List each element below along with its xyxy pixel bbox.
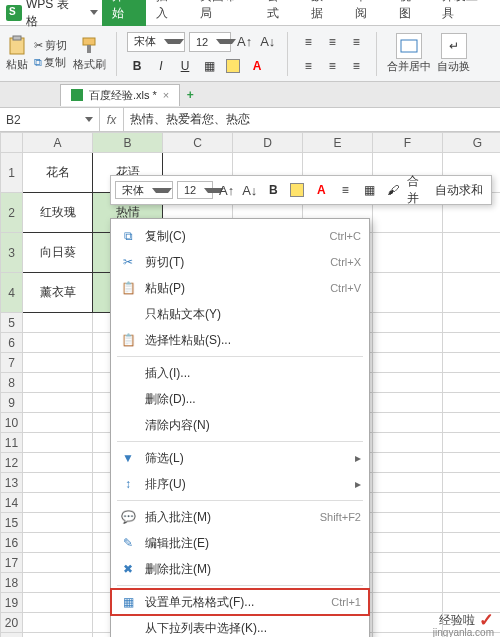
font-color-button[interactable]: A — [311, 180, 331, 200]
menu-item[interactable]: 📋粘贴(P)Ctrl+V — [111, 275, 369, 301]
cell-A5[interactable] — [23, 313, 93, 333]
cell-F19[interactable] — [373, 593, 443, 613]
col-header-C[interactable]: C — [163, 133, 233, 153]
menu-item[interactable]: 📋选择性粘贴(S)... — [111, 327, 369, 353]
cell-F3[interactable] — [373, 233, 443, 273]
new-tab-button[interactable]: + — [180, 88, 200, 102]
row-header-21[interactable]: 21 — [1, 633, 23, 638]
fx-icon[interactable]: fx — [100, 108, 124, 131]
cell-G7[interactable] — [443, 353, 501, 373]
cell-A18[interactable] — [23, 573, 93, 593]
cell-G15[interactable] — [443, 513, 501, 533]
cell-F8[interactable] — [373, 373, 443, 393]
col-header-E[interactable]: E — [303, 133, 373, 153]
cell-G14[interactable] — [443, 493, 501, 513]
row-header-19[interactable]: 19 — [1, 593, 23, 613]
copy-button[interactable]: ⧉复制 — [34, 55, 67, 70]
autosum-button[interactable]: 自动求和 — [431, 180, 487, 200]
fill-color-button[interactable] — [223, 56, 243, 76]
format-painter-icon[interactable]: 🖌 — [383, 180, 403, 200]
ribbon-tab-插入[interactable]: 插入 — [146, 0, 190, 26]
ribbon-tab-公式[interactable]: 公式 — [257, 0, 301, 26]
align-bottom-icon[interactable]: ≡ — [346, 32, 366, 52]
document-tab[interactable]: 百度经验.xls * × — [60, 84, 180, 106]
row-header-15[interactable]: 15 — [1, 513, 23, 533]
row-header-2[interactable]: 2 — [1, 193, 23, 233]
cell-A9[interactable] — [23, 393, 93, 413]
cell-G6[interactable] — [443, 333, 501, 353]
ribbon-tab-开始[interactable]: 开始 — [102, 0, 146, 26]
cell-G12[interactable] — [443, 453, 501, 473]
merge-button[interactable]: 合并 — [407, 180, 427, 200]
align-middle-icon[interactable]: ≡ — [322, 32, 342, 52]
ribbon-tab-数据[interactable]: 数据 — [301, 0, 345, 26]
row-header-17[interactable]: 17 — [1, 553, 23, 573]
border-button[interactable]: ▦ — [359, 180, 379, 200]
cell-F11[interactable] — [373, 433, 443, 453]
cell-G10[interactable] — [443, 413, 501, 433]
font-color-button[interactable]: A — [247, 56, 267, 76]
cell-G11[interactable] — [443, 433, 501, 453]
cell-F6[interactable] — [373, 333, 443, 353]
cell-A21[interactable] — [23, 633, 93, 638]
cell-F18[interactable] — [373, 573, 443, 593]
row-header-14[interactable]: 14 — [1, 493, 23, 513]
app-menu-dropdown-icon[interactable] — [90, 10, 98, 15]
cell-A14[interactable] — [23, 493, 93, 513]
cell-G9[interactable] — [443, 393, 501, 413]
row-header-20[interactable]: 20 — [1, 613, 23, 633]
cell-F4[interactable] — [373, 273, 443, 313]
menu-item[interactable]: ✎编辑批注(E) — [111, 530, 369, 556]
cell-A17[interactable] — [23, 553, 93, 573]
italic-button[interactable]: I — [151, 56, 171, 76]
menu-item[interactable]: ▦设置单元格格式(F)...Ctrl+1 — [111, 589, 369, 615]
cell-F13[interactable] — [373, 473, 443, 493]
cell-G3[interactable] — [443, 233, 501, 273]
col-header-B[interactable]: B — [93, 133, 163, 153]
cell-A4[interactable]: 薰衣草 — [23, 273, 93, 313]
row-header-3[interactable]: 3 — [1, 233, 23, 273]
fill-color-button[interactable] — [287, 180, 307, 200]
bold-button[interactable]: B — [127, 56, 147, 76]
cell-A1[interactable]: 花名 — [23, 153, 93, 193]
format-painter-button[interactable]: 格式刷 — [73, 35, 106, 72]
align-button[interactable]: ≡ — [335, 180, 355, 200]
cell-F5[interactable] — [373, 313, 443, 333]
ribbon-tab-页面布局[interactable]: 页面布局 — [190, 0, 258, 26]
row-header-18[interactable]: 18 — [1, 573, 23, 593]
cell-G16[interactable] — [443, 533, 501, 553]
cell-F14[interactable] — [373, 493, 443, 513]
row-header-11[interactable]: 11 — [1, 433, 23, 453]
cell-A7[interactable] — [23, 353, 93, 373]
menu-item[interactable]: ⧉复制(C)Ctrl+C — [111, 223, 369, 249]
cell-G18[interactable] — [443, 573, 501, 593]
close-tab-icon[interactable]: × — [163, 89, 169, 101]
menu-item[interactable]: 从下拉列表中选择(K)... — [111, 615, 369, 637]
font-name-select[interactable]: 宋体 — [127, 32, 185, 52]
cell-A13[interactable] — [23, 473, 93, 493]
cell-A15[interactable] — [23, 513, 93, 533]
autowrap-button[interactable]: ↵ 自动换 — [437, 33, 470, 74]
underline-button[interactable]: U — [175, 56, 195, 76]
cell-G8[interactable] — [443, 373, 501, 393]
cell-G5[interactable] — [443, 313, 501, 333]
cell-A19[interactable] — [23, 593, 93, 613]
row-header-16[interactable]: 16 — [1, 533, 23, 553]
mini-font-select[interactable]: 宋体 — [115, 181, 173, 199]
menu-item[interactable]: ✖删除批注(M) — [111, 556, 369, 582]
align-left-icon[interactable]: ≡ — [298, 56, 318, 76]
cell-G13[interactable] — [443, 473, 501, 493]
col-header-G[interactable]: G — [443, 133, 501, 153]
row-header-13[interactable]: 13 — [1, 473, 23, 493]
cell-A10[interactable] — [23, 413, 93, 433]
cell-F15[interactable] — [373, 513, 443, 533]
increase-font-icon[interactable]: A↑ — [219, 183, 234, 198]
cell-F17[interactable] — [373, 553, 443, 573]
menu-item[interactable]: 清除内容(N) — [111, 412, 369, 438]
merge-center-button[interactable]: 合并居中 — [387, 33, 431, 74]
cell-A16[interactable] — [23, 533, 93, 553]
menu-item[interactable]: ↕排序(U)▸ — [111, 471, 369, 497]
menu-item[interactable]: 删除(D)... — [111, 386, 369, 412]
cell-F10[interactable] — [373, 413, 443, 433]
row-header-9[interactable]: 9 — [1, 393, 23, 413]
